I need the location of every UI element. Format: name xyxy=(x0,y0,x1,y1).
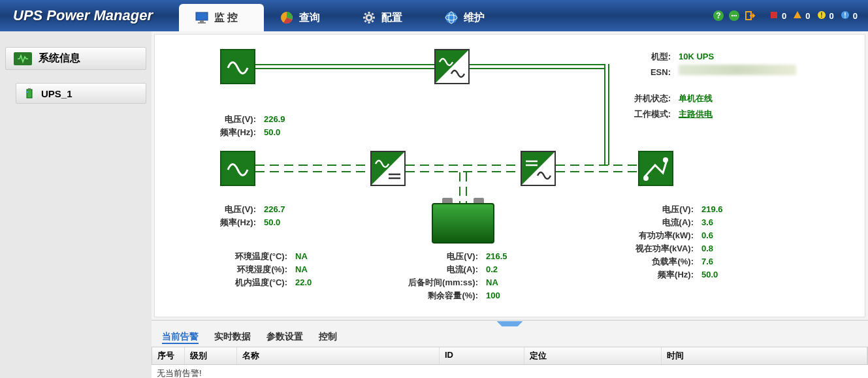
bypass-voltage-label: 电压(V): xyxy=(210,113,256,126)
line-bypass-3 xyxy=(604,64,609,165)
svg-point-21 xyxy=(735,15,737,16)
help-icon[interactable]: ? xyxy=(712,9,725,22)
empty-message: 无当前告警! xyxy=(157,368,202,378)
out-voltage-label: 电压(V): xyxy=(632,203,694,216)
nav-tab-config[interactable]: 配置 xyxy=(346,4,428,31)
alarm-info-icon: ! xyxy=(841,10,851,21)
svg-rect-23 xyxy=(771,12,777,18)
svg-text:?: ? xyxy=(716,11,720,20)
btab-realtime[interactable]: 实时数据 xyxy=(214,331,251,344)
battery-data: 电压(V):216.5 电流(A):0.2 后备时间(mm:ss):NA 剩余容… xyxy=(403,250,512,302)
svg-text:!: ! xyxy=(820,12,822,19)
bypass-source-block xyxy=(220,49,255,84)
alarm-critical[interactable]: 0 xyxy=(769,10,786,21)
input-voltage-value: 226.7 xyxy=(264,203,290,216)
bottom-section: 当前告警 实时数据 参数设置 控制 序号 级别 名称 ID 定位 时间 无当前告… xyxy=(152,320,868,378)
gear-icon xyxy=(362,10,376,25)
line-battery xyxy=(459,172,467,204)
chat-icon[interactable] xyxy=(728,9,741,22)
out-kw-label: 有功功率(kW): xyxy=(632,229,694,242)
inverter-block xyxy=(521,151,556,186)
input-freq-value: 50.0 xyxy=(264,216,290,229)
bypass-switch-block xyxy=(434,49,470,84)
header-right: ? 0 0 ! 0 ! 0 xyxy=(712,0,868,31)
svg-rect-0 xyxy=(196,12,208,20)
nav-tab-maint[interactable]: 维护 xyxy=(428,4,511,31)
col-loc: 定位 xyxy=(524,347,662,364)
rectifier-block xyxy=(370,151,406,186)
env-hum-value: NA xyxy=(295,263,321,276)
parallel-value: 单机在线 xyxy=(679,91,713,106)
mode-value[interactable]: 主路供电 xyxy=(679,106,713,122)
btab-control[interactable]: 控制 xyxy=(319,331,337,344)
app-header: UPS Power Manager 监 控 查询 配置 维护 xyxy=(0,0,868,31)
sidebar-header[interactable]: 系统信息 xyxy=(5,47,146,70)
out-load-value: 7.6 xyxy=(701,255,728,268)
alarm-count: 0 xyxy=(829,11,834,21)
line-main-3 xyxy=(556,165,638,172)
nav-tab-monitor[interactable]: 监 控 xyxy=(179,4,264,31)
batt-remain-value: 100 xyxy=(486,289,512,302)
env-inttemp-label: 机内温度(°C): xyxy=(225,276,287,289)
sidebar-item-ups1[interactable]: UPS_1 xyxy=(16,83,146,104)
collapse-handle[interactable] xyxy=(152,321,868,327)
svg-rect-1 xyxy=(200,20,204,22)
nav-tab-label: 配置 xyxy=(381,11,402,25)
mode-label: 工作模式: xyxy=(632,106,671,122)
alarm-major[interactable]: 0 xyxy=(793,10,810,21)
out-kva-value: 0.8 xyxy=(701,242,728,255)
env-data: 环境温度(°C):NA 环境湿度(%):NA 机内温度(°C):22.0 xyxy=(225,250,321,289)
out-kw-value: 0.6 xyxy=(701,229,728,242)
alarm-minor[interactable]: ! 0 xyxy=(817,10,834,21)
line-bypass-1 xyxy=(255,64,434,69)
ups-icon xyxy=(24,87,36,99)
btab-params[interactable]: 参数设置 xyxy=(266,331,303,344)
nav-tab-query[interactable]: 查询 xyxy=(264,4,346,31)
col-level: 级别 xyxy=(185,347,237,364)
system-icon xyxy=(14,52,32,65)
btab-alarm[interactable]: 当前告警 xyxy=(162,331,199,344)
input-voltage-label: 电压(V): xyxy=(210,203,256,216)
col-id: ID xyxy=(440,347,524,364)
batt-voltage-label: 电压(V): xyxy=(403,250,478,263)
env-temp-label: 环境温度(°C): xyxy=(225,250,287,263)
nav-tab-label: 查询 xyxy=(299,11,320,25)
sidebar: 系统信息 UPS_1 xyxy=(0,31,152,378)
batt-voltage-value: 216.5 xyxy=(486,250,512,263)
svg-point-19 xyxy=(731,15,733,16)
alarm-count: 0 xyxy=(782,11,786,21)
battery-block xyxy=(432,203,494,244)
out-load-label: 负载率(%): xyxy=(632,255,694,268)
batt-backup-label: 后备时间(mm:ss): xyxy=(403,276,478,289)
alarm-info[interactable]: ! 0 xyxy=(841,10,858,21)
model-value: 10K UPS xyxy=(679,49,714,65)
out-freq-label: 频率(Hz): xyxy=(632,268,694,281)
svg-point-36 xyxy=(663,157,668,163)
device-info: 机型:10K UPS ESN: 并机状态:单机在线 工作模式:主路供电 xyxy=(632,49,796,122)
line-main-1 xyxy=(255,165,370,172)
col-seq: 序号 xyxy=(152,347,185,364)
nav-tab-label: 维护 xyxy=(464,11,485,25)
logout-icon[interactable] xyxy=(743,9,756,22)
bypass-freq-value: 50.0 xyxy=(264,126,290,139)
svg-line-10 xyxy=(372,21,374,22)
globe-icon xyxy=(444,10,458,25)
alarm-table-body: 无当前告警! xyxy=(152,365,868,378)
out-current-label: 电流(A): xyxy=(632,216,694,229)
out-current-value: 3.6 xyxy=(701,216,728,229)
alarm-minor-icon: ! xyxy=(817,10,828,21)
esn-label: ESN: xyxy=(632,65,671,80)
content: 系统信息 UPS_1 电压 xyxy=(0,31,868,378)
col-time: 时间 xyxy=(662,347,867,364)
output-data: 电压(V):219.6 电流(A):3.6 有功功率(kW):0.6 视在功率(… xyxy=(632,203,728,281)
batt-current-value: 0.2 xyxy=(486,263,512,276)
col-name: 名称 xyxy=(237,347,440,364)
batt-backup-value: NA xyxy=(486,276,512,289)
input-freq-label: 频率(Hz): xyxy=(210,216,256,229)
input-source-block xyxy=(220,151,255,186)
svg-rect-28 xyxy=(27,89,32,98)
esn-value-redacted xyxy=(679,65,796,75)
alarm-count: 0 xyxy=(805,11,810,21)
nav-tabs: 监 控 查询 配置 维护 xyxy=(179,0,511,31)
svg-point-13 xyxy=(445,12,457,24)
